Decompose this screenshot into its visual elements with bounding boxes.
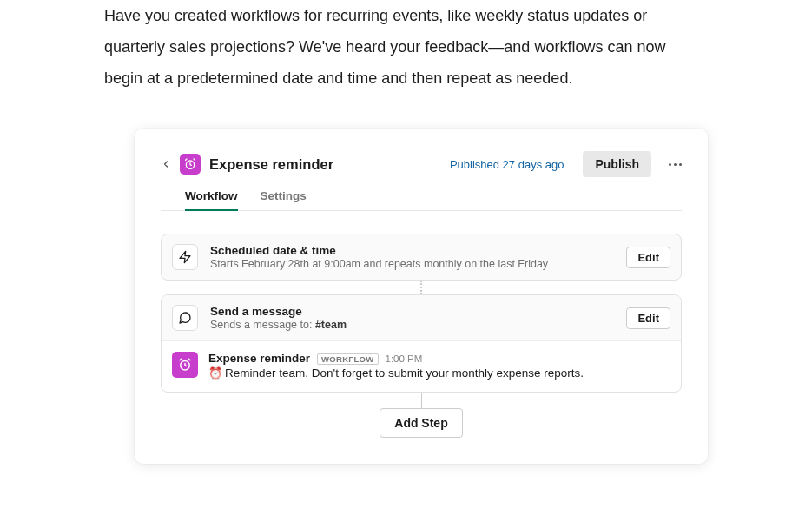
workflow-app-icon: [180, 154, 201, 175]
published-time: Published 27 days ago: [450, 158, 564, 171]
svg-marker-1: [180, 251, 190, 262]
back-chevron-icon[interactable]: [161, 159, 171, 169]
edit-message-button[interactable]: Edit: [626, 307, 670, 329]
step-message-channel: #team: [315, 319, 347, 331]
tab-settings[interactable]: Settings: [261, 189, 307, 210]
intro-paragraph: Have you created workflows for recurring…: [0, 0, 812, 94]
step-message-sub-prefix: Sends a message to:: [210, 319, 315, 331]
step-send-message: Send a message Sends a message to: #team…: [161, 294, 682, 393]
message-text: ⏰Reminder team. Don't forget to submit y…: [208, 366, 670, 380]
step-scheduled: Scheduled date & time Starts February 28…: [161, 234, 682, 280]
alarm-clock-emoji-icon: ⏰: [208, 366, 222, 380]
step-scheduled-title: Scheduled date & time: [210, 244, 614, 257]
chat-icon: [172, 305, 198, 331]
edit-scheduled-button[interactable]: Edit: [626, 247, 670, 268]
message-preview: Expense reminder WORKFLOW 1:00 PM ⏰Remin…: [162, 341, 681, 392]
step-message-title: Send a message: [210, 305, 614, 318]
more-actions-icon[interactable]: [669, 163, 682, 166]
message-author: Expense reminder: [208, 352, 310, 365]
workflow-builder-card: Expense reminder Published 27 days ago P…: [135, 129, 708, 464]
card-header: Expense reminder Published 27 days ago P…: [161, 151, 682, 177]
tab-workflow[interactable]: Workflow: [185, 189, 238, 211]
step-message-subtitle: Sends a message to: #team: [210, 319, 614, 331]
message-body: Reminder team. Don't forget to submit yo…: [225, 366, 584, 380]
publish-button[interactable]: Publish: [583, 151, 651, 177]
step-scheduled-subtitle: Starts February 28th at 9:00am and repea…: [210, 258, 614, 270]
workflow-badge: WORKFLOW: [317, 353, 378, 365]
connector-dotted: [161, 280, 682, 294]
connector-solid: [161, 393, 682, 408]
workflow-title: Expense reminder: [209, 156, 333, 173]
message-app-icon: [172, 352, 198, 378]
workflow-steps: Scheduled date & time Starts February 28…: [161, 234, 682, 438]
tabs: Workflow Settings: [161, 189, 682, 211]
message-time: 1:00 PM: [386, 353, 423, 364]
bolt-icon: [172, 244, 198, 270]
add-step-button[interactable]: Add Step: [380, 408, 462, 438]
